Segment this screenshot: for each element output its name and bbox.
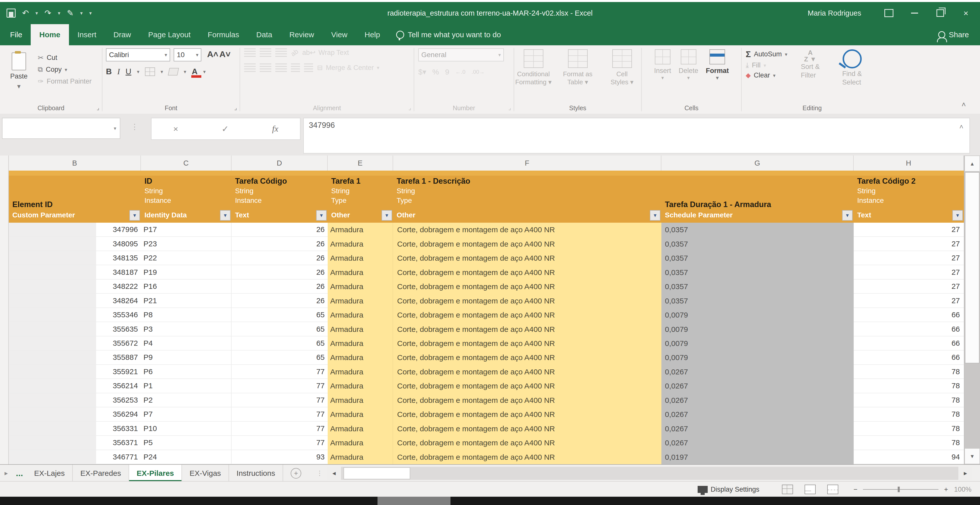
font-size-combo[interactable]: 10 ▾ [173,48,201,61]
cell-element-id[interactable]: 356294 [9,407,141,421]
decrease-indent-icon[interactable] [291,64,300,72]
font-name-combo[interactable]: Calibri ▾ [106,48,170,61]
cut-button[interactable]: ✂ Cut [38,54,92,62]
cell-tarefa-duracao-1[interactable]: 0,0267 [662,379,854,393]
cell-tarefa-1-descricao[interactable]: Corte, dobragem e montagem de aço A400 N… [393,294,662,308]
fill-color-caret-icon[interactable]: ▾ [184,69,186,75]
cell-element-id[interactable]: 355635 [9,322,141,336]
sort-filter-button[interactable]: AZ ▼ Sort & Filter [794,49,827,114]
cell-tarefa-codigo[interactable]: 65 [232,337,328,351]
paste-button[interactable]: Paste ▾ [0,48,38,114]
font-color-button[interactable]: A [192,67,197,76]
cell-tarefa-1-descricao[interactable]: Corte, dobragem e montagem de aço A400 N… [393,393,662,407]
cell-tarefa-codigo-2[interactable]: 78 [854,436,964,450]
page-break-view-icon[interactable] [827,484,838,494]
sheet-tab-ex-lajes[interactable]: EX-Lajes [26,465,73,481]
increase-decimal-icon[interactable]: ←.0 [455,69,465,75]
cell-tarefa-1[interactable]: Armadura [328,237,393,251]
cell-tarefa-duracao-1[interactable]: 0,0079 [662,308,854,322]
cell-tarefa-codigo-2[interactable]: 27 [854,251,964,265]
cell-id[interactable]: P6 [141,365,232,379]
cell-tarefa-1[interactable]: Armadura [328,279,393,294]
column-header-E[interactable]: E [328,156,393,171]
cell-tarefa-1[interactable]: Armadura [328,265,393,279]
horizontal-scrollbar-track[interactable] [341,467,958,480]
cell-tarefa-codigo-2[interactable]: 66 [854,351,964,365]
cell-element-id[interactable]: 355887 [9,351,141,365]
zoom-in-icon[interactable]: + [944,486,948,494]
cell-element-id[interactable]: 356214 [9,379,141,393]
cell-element-id[interactable]: 346771 [9,450,141,464]
cell-tarefa-1-descricao[interactable]: Corte, dobragem e montagem de aço A400 N… [393,265,662,279]
filter-dropdown-icon[interactable]: ▾ [220,210,231,221]
cell-id[interactable]: P3 [141,322,232,336]
cell-tarefa-codigo-2[interactable]: 66 [854,308,964,322]
cell-tarefa-codigo-2[interactable]: 94 [854,450,964,464]
tab-help[interactable]: Help [356,24,389,45]
fill-button[interactable]: ⤓ Fill ▾ [746,61,788,70]
column-header-C[interactable]: C [141,156,232,171]
cell-tarefa-duracao-1[interactable]: 0,0079 [662,322,854,336]
column-header-D[interactable]: D [232,156,328,171]
cell-tarefa-1[interactable]: Armadura [328,308,393,322]
cell-tarefa-duracao-1[interactable]: 0,0079 [662,337,854,351]
format-as-table-button[interactable]: Format as Table ▾ [559,49,597,114]
cell-tarefa-codigo-2[interactable]: 78 [854,422,964,436]
formula-input[interactable]: 347996 ˄ [303,118,970,154]
scroll-down-icon[interactable]: ▾ [964,448,980,464]
cell-tarefa-codigo[interactable]: 93 [232,450,328,464]
zoom-slider-thumb[interactable] [898,487,900,492]
scroll-left-icon[interactable]: ◂ [327,467,341,480]
tab-data[interactable]: Data [248,24,281,45]
confirm-entry-icon[interactable]: ✓ [221,124,229,134]
cell-tarefa-1-descricao[interactable]: Corte, dobragem e montagem de aço A400 N… [393,251,662,265]
format-painter-button[interactable]: ✑ Format Painter [38,77,92,86]
restore-button[interactable] [935,8,946,19]
share-button[interactable]: Share [938,24,980,45]
cell-tarefa-1-descricao[interactable]: Corte, dobragem e montagem de aço A400 N… [393,407,662,421]
cell-element-id[interactable]: 355921 [9,365,141,379]
cell-id[interactable]: P8 [141,308,232,322]
cell-tarefa-1-descricao[interactable]: Corte, dobragem e montagem de aço A400 N… [393,450,662,464]
merge-center-button[interactable]: ⊟ Merge & Center ▾ [317,64,379,72]
cell-tarefa-codigo[interactable]: 26 [232,251,328,265]
filter-dropdown-icon[interactable]: ▾ [650,210,660,221]
cell-id[interactable]: P19 [141,265,232,279]
borders-icon[interactable] [145,67,155,76]
number-format-combo[interactable]: General ▾ [418,48,504,61]
normal-view-icon[interactable] [782,484,793,494]
cell-tarefa-codigo-2[interactable]: 78 [854,393,964,407]
cell-tarefa-duracao-1[interactable]: 0,0267 [662,393,854,407]
cell-tarefa-duracao-1[interactable]: 0,0357 [662,279,854,294]
font-color-caret-icon[interactable]: ▾ [203,69,205,75]
percent-style-icon[interactable]: % [433,68,439,76]
cell-tarefa-1[interactable]: Armadura [328,379,393,393]
filter-dropdown-icon[interactable]: ▾ [952,210,963,221]
fill-color-icon[interactable] [168,68,179,76]
cell-tarefa-1-descricao[interactable]: Corte, dobragem e montagem de aço A400 N… [393,436,662,450]
tab-page-layout[interactable]: Page Layout [140,24,199,45]
align-right-icon[interactable] [275,64,287,72]
cell-tarefa-1-descricao[interactable]: Corte, dobragem e montagem de aço A400 N… [393,279,662,294]
cell-id[interactable]: P22 [141,251,232,265]
cell-element-id[interactable]: 348187 [9,265,141,279]
find-select-button[interactable]: Find & Select [833,49,871,114]
tell-me-search[interactable]: Tell me what you want to do [388,24,508,45]
cell-element-id[interactable]: 347996 [9,223,141,237]
collapse-ribbon-icon[interactable]: ˄ [961,100,966,109]
align-middle-icon[interactable] [260,48,271,57]
sheet-tabs-overflow[interactable]: ... [12,465,26,481]
cell-tarefa-codigo-2[interactable]: 27 [854,279,964,294]
cell-tarefa-codigo[interactable]: 26 [232,294,328,308]
cancel-entry-icon[interactable]: × [173,124,178,134]
filter-dropdown-icon[interactable]: ▾ [129,210,140,221]
cell-element-id[interactable]: 348264 [9,294,141,308]
font-dialog-launcher-icon[interactable]: ⌟ [234,104,237,111]
cell-element-id[interactable]: 355672 [9,337,141,351]
cell-tarefa-codigo[interactable]: 77 [232,393,328,407]
cell-tarefa-1[interactable]: Armadura [328,422,393,436]
cell-tarefa-codigo-2[interactable]: 27 [854,294,964,308]
cell-tarefa-duracao-1[interactable]: 0,0079 [662,351,854,365]
cell-tarefa-codigo-2[interactable]: 66 [854,337,964,351]
cell-tarefa-codigo-2[interactable]: 78 [854,365,964,379]
